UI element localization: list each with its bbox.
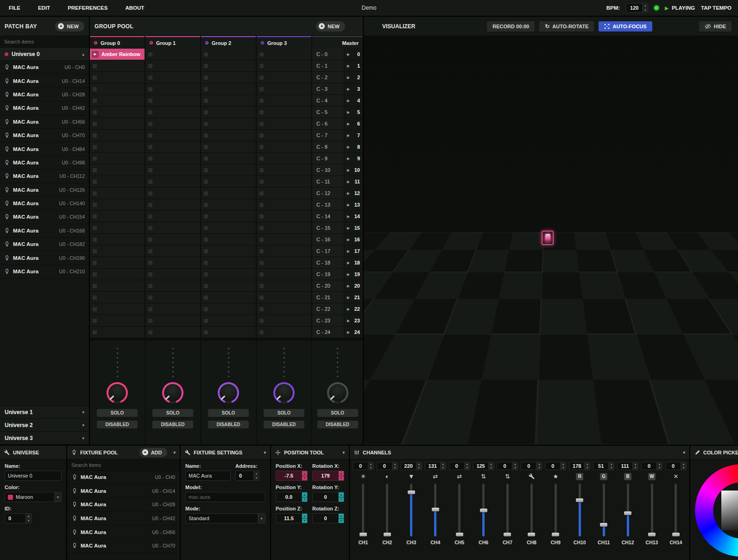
patch-fixture-row[interactable]: MAC AuraU0 - CH70: [0, 129, 89, 142]
stage-fixture[interactable]: [503, 234, 507, 240]
group-cell[interactable]: [257, 60, 311, 72]
cell-checkbox[interactable]: [259, 110, 264, 114]
fader-thumb[interactable]: [504, 533, 511, 536]
add-fixture-button[interactable]: + ADD: [139, 448, 168, 457]
drag-dots[interactable]: [284, 348, 285, 377]
patch-fixture-row[interactable]: MAC AuraU0 - CH126: [0, 183, 89, 197]
master-cue-row[interactable]: C - 19▶19: [312, 269, 363, 280]
chevron-down-icon[interactable]: ▾: [683, 450, 685, 455]
patch-bay-new-button[interactable]: + NEW: [55, 21, 84, 31]
master-cue-row[interactable]: C - 9▶9: [312, 153, 363, 164]
patch-fixture-row[interactable]: MAC AuraU0 - CH42: [0, 101, 89, 115]
stepper[interactable]: ▲▼: [512, 462, 517, 470]
group-cell[interactable]: [90, 257, 145, 269]
master-cue-row[interactable]: C - 18▶18: [312, 257, 363, 269]
channel-fader[interactable]: [384, 484, 391, 536]
cue-play-button[interactable]: ▶24: [344, 327, 363, 338]
stepper[interactable]: ▲▼: [392, 462, 397, 470]
cell-checkbox[interactable]: [93, 307, 97, 311]
stepper[interactable]: ▲▼: [632, 462, 638, 470]
master-cue-row[interactable]: C - 6▶6: [312, 118, 363, 130]
cell-checkbox[interactable]: [259, 87, 264, 91]
cell-checkbox[interactable]: [93, 191, 97, 195]
cue-play-button[interactable]: ▶1: [344, 60, 363, 71]
cell-checkbox[interactable]: [93, 133, 97, 138]
stage-fixture[interactable]: [513, 234, 517, 240]
cell-checkbox[interactable]: [204, 191, 208, 195]
master-cue-row[interactable]: C - 24▶24: [312, 327, 363, 338]
channel-value-stepper[interactable]: 111▲▼: [617, 462, 638, 470]
master-intensity-knob[interactable]: [327, 382, 348, 403]
fader-thumb[interactable]: [480, 509, 487, 512]
stepper[interactable]: ▲▼: [338, 492, 344, 502]
group-0-disabled-button[interactable]: DISABLED: [97, 421, 138, 428]
stage-fixture[interactable]: [462, 234, 467, 240]
cell-checkbox[interactable]: [204, 319, 208, 323]
group-cell[interactable]: [90, 60, 145, 72]
group-cell[interactable]: [257, 188, 311, 199]
group-cell[interactable]: [145, 315, 200, 327]
channel-fader[interactable]: [648, 484, 656, 536]
stepper[interactable]: ▲▼: [416, 462, 422, 470]
channel-value-stepper[interactable]: 0▲▼: [497, 462, 518, 470]
channel-fader[interactable]: [456, 484, 463, 536]
group-cell[interactable]: [145, 280, 200, 292]
cell-checkbox[interactable]: [204, 180, 208, 184]
stage-fixture[interactable]: [371, 234, 375, 240]
patch-fixture-row[interactable]: MAC AuraU0 - CH210: [0, 265, 89, 278]
fixture-pool-row[interactable]: MAC AuraU0 - CH56: [67, 525, 180, 539]
group-cell[interactable]: [90, 164, 145, 176]
cell-checkbox[interactable]: [204, 214, 208, 219]
cell-checkbox[interactable]: [148, 110, 152, 114]
fader-thumb[interactable]: [432, 508, 439, 511]
group-cell[interactable]: [145, 118, 200, 130]
cue-play-button[interactable]: ▶17: [344, 245, 363, 257]
cell-checkbox[interactable]: [259, 272, 264, 277]
universe-2-header[interactable]: Universe 2 ▾: [0, 419, 89, 432]
cue-play-button[interactable]: ▶7: [344, 130, 363, 141]
group-cell[interactable]: ▶Amber Rainbow: [90, 49, 145, 60]
stage-fixture[interactable]: [432, 234, 436, 240]
patch-fixture-row[interactable]: MAC AuraU0 - CH14: [0, 74, 89, 88]
bpm-input[interactable]: 120 ▲▼: [626, 3, 648, 13]
master-cue-row[interactable]: C - 2▶2: [312, 72, 363, 83]
group-cell[interactable]: [90, 176, 145, 188]
group-3-intensity-knob[interactable]: [273, 382, 295, 403]
group-cell[interactable]: [201, 199, 256, 211]
universe-1-header[interactable]: Universe 1 ▾: [0, 406, 89, 419]
field-stepper[interactable]: 179▲▼: [312, 471, 344, 481]
group-cell[interactable]: [257, 327, 311, 338]
chevron-down-icon[interactable]: ▾: [82, 423, 84, 428]
cue-play-button[interactable]: ▶22: [344, 303, 363, 315]
master-solo-button[interactable]: SOLO: [317, 409, 358, 417]
channel-fader[interactable]: [552, 484, 559, 536]
master-cue-row[interactable]: C - 3▶3: [312, 83, 363, 95]
address-stepper[interactable]: 0 ▲▼: [235, 471, 259, 481]
group-cell[interactable]: [145, 269, 200, 280]
master-cue-row[interactable]: C - 4▶4: [312, 95, 363, 107]
cell-checkbox[interactable]: [93, 226, 97, 230]
cue-play-button[interactable]: ▶8: [344, 141, 363, 152]
fixture-pool-row[interactable]: MAC AuraU0 - CH28: [67, 498, 180, 512]
channel-fader[interactable]: [360, 484, 367, 536]
cell-checkbox[interactable]: [259, 330, 264, 334]
patch-fixture-row[interactable]: MAC AuraU0 - CH84: [0, 142, 89, 156]
stepper[interactable]: ▲▼: [681, 462, 686, 470]
group-1-solo-button[interactable]: SOLO: [152, 409, 193, 417]
group-cell[interactable]: [90, 234, 145, 245]
group-cell[interactable]: [201, 269, 256, 280]
cue-play-button[interactable]: ▶16: [344, 234, 363, 245]
group-cell[interactable]: [145, 257, 200, 269]
master-cue-row[interactable]: C - 11▶11: [312, 176, 363, 188]
channel-value-stepper[interactable]: 0▲▼: [353, 462, 374, 470]
fader-thumb[interactable]: [648, 533, 656, 536]
cue-play-button[interactable]: ▶10: [344, 164, 363, 176]
group-cell[interactable]: [145, 188, 200, 199]
cell-checkbox[interactable]: [259, 226, 264, 230]
cell-checkbox[interactable]: [204, 133, 208, 138]
cell-checkbox[interactable]: [93, 319, 97, 323]
group-cell[interactable]: [145, 176, 200, 188]
group-cell[interactable]: [145, 153, 200, 164]
group-cell[interactable]: [257, 176, 311, 188]
stepper-up-icon[interactable]: ▲: [643, 4, 648, 8]
